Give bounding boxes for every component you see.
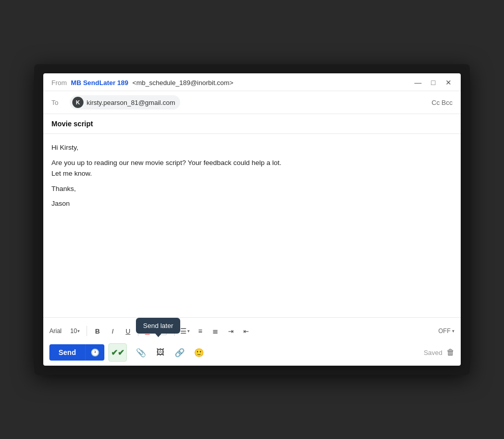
recipient-email: kirsty.pearson_81@gmail.com (87, 99, 175, 106)
minimize-button[interactable]: — (414, 78, 422, 87)
subject-row: Movie script (43, 114, 461, 134)
window-shadow: From MB SendLater 189 <mb_schedule_189@i… (34, 64, 470, 375)
to-row: To K kirsty.pearson_81@gmail.com Cc Bcc (43, 91, 461, 114)
off-chevron-icon: ▾ (452, 328, 455, 334)
send-toolbar: Send later Send 🕐 ✔✔ 📎 (49, 341, 455, 363)
check-button[interactable]: ✔✔ (108, 343, 127, 362)
body-line2: Are you up to reading our new movie scri… (51, 157, 453, 179)
body-thanks: Thanks, (51, 183, 453, 195)
font-size-chevron-icon: ▾ (77, 328, 80, 334)
attach-icon: 📎 (136, 348, 146, 358)
highlight-color-dropdown[interactable]: A ▾ (157, 324, 171, 338)
formatting-toolbar: Arial 10 ▾ B I U A ▾ A ▾ (49, 322, 455, 341)
align-dropdown[interactable]: ☰ ▾ (178, 324, 192, 338)
sender-name: MB SendLater 189 (71, 79, 128, 87)
image-icon: 🖼 (156, 348, 164, 357)
outdent-button[interactable]: ⇤ (239, 324, 253, 338)
underline-button[interactable]: U (121, 324, 135, 338)
body-name: Jason (51, 198, 453, 209)
bold-button[interactable]: B (90, 324, 104, 338)
title-bar-controls: — □ ✕ (414, 78, 453, 87)
from-label: From (51, 79, 67, 87)
off-badge: OFF ▾ (438, 327, 455, 335)
toolbar-area: Arial 10 ▾ B I U A ▾ A ▾ (43, 317, 461, 366)
image-button[interactable]: 🖼 (152, 344, 169, 361)
compose-window: From MB SendLater 189 <mb_schedule_189@i… (43, 73, 461, 366)
subject-text: Movie script (51, 120, 93, 128)
unordered-list-button[interactable]: ≣ (208, 324, 222, 338)
ordered-list-icon: ≡ (198, 327, 202, 335)
bottom-toolbar-icons: 📎 🖼 🔗 🙂 (133, 344, 207, 361)
send-label: Send (59, 348, 76, 356)
body-greeting: Hi Kirsty, (51, 142, 453, 153)
maximize-button[interactable]: □ (429, 78, 437, 87)
off-label: OFF (438, 327, 451, 335)
outdent-icon: ⇤ (243, 327, 249, 335)
separator-3 (174, 326, 175, 336)
link-button[interactable]: 🔗 (172, 344, 188, 361)
compose-body[interactable]: Hi Kirsty, Are you up to reading our new… (43, 134, 461, 317)
text-color-chevron-icon: ▾ (150, 328, 153, 334)
separator-1 (87, 326, 87, 336)
close-button[interactable]: ✕ (444, 78, 453, 87)
unordered-list-icon: ≣ (212, 327, 218, 335)
send-button[interactable]: Send (49, 344, 85, 361)
font-name-label: Arial (49, 327, 66, 335)
cc-bcc-button[interactable]: Cc Bcc (432, 99, 453, 106)
sender-email: <mb_schedule_189@inorbit.com> (132, 79, 233, 87)
font-size-dropdown[interactable]: 10 ▾ (69, 327, 81, 335)
align-chevron-icon: ▾ (187, 328, 190, 334)
send-button-group: Send 🕐 (49, 344, 104, 361)
emoji-button[interactable]: 🙂 (191, 344, 207, 361)
recipient-chip[interactable]: K kirsty.pearson_81@gmail.com (70, 95, 180, 109)
to-label: To (51, 99, 64, 106)
indent-icon: ⇥ (228, 327, 234, 335)
text-color-dropdown[interactable]: A ▾ (142, 324, 156, 338)
clock-icon: 🕐 (91, 348, 99, 356)
title-bar-left: From MB SendLater 189 <mb_schedule_189@i… (51, 79, 233, 87)
ordered-list-button[interactable]: ≡ (193, 324, 207, 338)
saved-text: Saved (424, 349, 442, 356)
attach-button[interactable]: 📎 (133, 344, 149, 361)
separator-2 (138, 326, 138, 336)
send-later-button[interactable]: 🕐 (85, 344, 104, 361)
saved-status: Saved 🗑 (424, 348, 455, 357)
align-icon: ☰ (180, 327, 187, 335)
title-bar: From MB SendLater 189 <mb_schedule_189@i… (43, 73, 461, 91)
highlight-chevron-icon: ▾ (167, 328, 170, 334)
recipient-avatar: K (72, 97, 83, 108)
delete-button[interactable]: 🗑 (446, 348, 455, 357)
indent-button[interactable]: ⇥ (223, 324, 238, 338)
italic-button[interactable]: I (105, 324, 120, 338)
highlight-color-icon: A (159, 327, 166, 335)
emoji-icon: 🙂 (194, 348, 204, 358)
text-color-icon: A (145, 327, 150, 335)
font-size-value: 10 (70, 327, 77, 335)
link-icon: 🔗 (175, 348, 185, 358)
check-icon: ✔✔ (111, 348, 124, 358)
